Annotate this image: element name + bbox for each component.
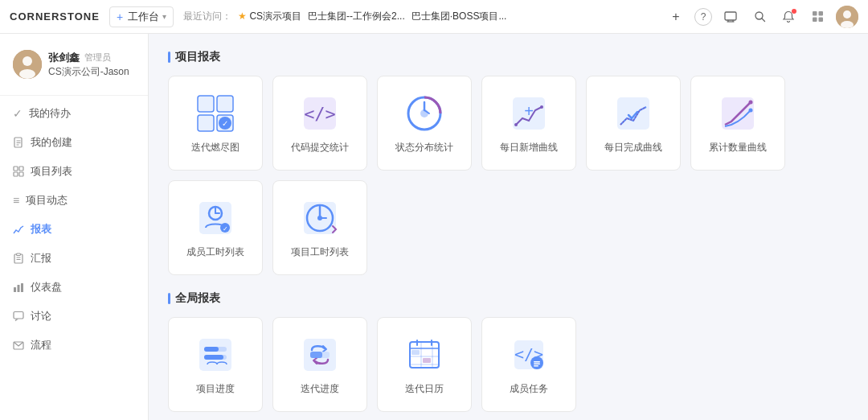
report-card-project-progress[interactable]: 项目进度 (168, 317, 263, 412)
card-label-code-commits: 代码提交统计 (291, 141, 349, 154)
svg-point-64 (317, 216, 322, 220)
sidebar-label-created: 我的创建 (31, 135, 72, 150)
svg-rect-20 (14, 167, 18, 171)
project-reports-grid: ✓ 迭代燃尽图 </> 代码提交统计 (168, 76, 849, 275)
sidebar-item-activity[interactable]: ≡ 项目动态 (0, 186, 148, 215)
report-card-iteration-progress[interactable]: 迭代进度 (272, 317, 367, 412)
svg-point-48 (514, 123, 518, 126)
monitor-button[interactable] (720, 6, 741, 27)
svg-rect-67 (204, 347, 219, 352)
grid-button[interactable] (807, 6, 828, 27)
report-card-member-hours[interactable]: ✓ 成员工时列表 (168, 180, 263, 275)
card-label-project-hours: 项目工时列表 (291, 245, 349, 259)
svg-rect-88 (534, 365, 538, 367)
sidebar-item-discussion[interactable]: 讨论 (0, 302, 148, 331)
svg-rect-31 (14, 312, 23, 319)
user-profile: 张剑鑫 管理员 CS演示公司-Jason (0, 43, 148, 92)
user-name: 张剑鑫 (48, 51, 80, 65)
sidebar-divider (0, 95, 148, 96)
svg-point-11 (843, 10, 851, 19)
svg-rect-8 (813, 18, 817, 23)
global-reports-grid: 项目进度 迭代进度 (168, 317, 849, 412)
grid-icon (13, 166, 24, 177)
svg-rect-23 (19, 172, 23, 176)
help-button[interactable]: ? (694, 8, 712, 26)
svg-rect-33 (198, 96, 214, 112)
recent-label: 最近访问： (183, 10, 231, 23)
workspace-switcher[interactable]: + 工作台 ▾ (109, 6, 174, 27)
add-button[interactable]: + (665, 6, 686, 27)
sidebar: 张剑鑫 管理员 CS演示公司-Jason ✓ 我的待办 我的创建 项目列表 ≡ (0, 34, 149, 420)
svg-rect-80 (423, 358, 431, 363)
global-reports-title: 全局报表 (168, 291, 849, 306)
svg-rect-35 (198, 115, 214, 131)
svg-point-85 (530, 356, 543, 369)
report-card-burndown[interactable]: ✓ 迭代燃尽图 (168, 76, 263, 171)
workspace-label: 工作台 (128, 10, 159, 24)
svg-rect-0 (725, 12, 736, 20)
svg-point-52 (749, 100, 753, 104)
sidebar-label-todo: 我的待办 (29, 106, 71, 121)
sidebar-label-workflow: 流程 (31, 338, 51, 352)
user-avatar-topnav[interactable] (836, 6, 858, 28)
svg-rect-28 (14, 287, 16, 292)
svg-rect-50 (617, 97, 649, 130)
sidebar-item-todo[interactable]: ✓ 我的待办 (0, 99, 148, 128)
report-card-daily-new[interactable]: + 每日新增曲线 (481, 76, 576, 171)
svg-rect-7 (818, 11, 823, 16)
plus-icon: + (117, 10, 123, 23)
svg-text:✓: ✓ (222, 119, 228, 128)
card-label-burndown: 迭代燃尽图 (191, 141, 240, 154)
svg-rect-6 (813, 11, 817, 16)
app-logo: CORNERSTONE (10, 10, 100, 23)
sidebar-label-discussion: 讨论 (31, 309, 51, 323)
card-label-iteration-progress: 迭代进度 (301, 382, 339, 396)
svg-point-49 (540, 105, 543, 109)
recent-item-2[interactable]: 巴士集团·BOSS项目... (411, 10, 507, 23)
recent-item-1[interactable]: 巴士集团--工作例会2... (308, 10, 405, 23)
sidebar-item-reports[interactable]: 报表 (0, 215, 148, 244)
search-button[interactable] (749, 6, 770, 27)
card-label-daily-new: 每日新增曲线 (500, 141, 558, 154)
card-label-daily-complete: 每日完成曲线 (604, 141, 662, 154)
chevron-down-icon: ▾ (162, 12, 166, 21)
svg-rect-21 (19, 167, 23, 171)
report-card-status-dist[interactable]: 状态分布统计 (377, 76, 472, 171)
notification-button[interactable] (778, 6, 799, 27)
project-reports-title: 项目报表 (168, 50, 849, 64)
recent-items: 最近访问： ★ CS演示项目 巴士集团--工作例会2... 巴士集团·BOSS项… (183, 10, 656, 23)
sidebar-label-activity: 项目动态 (26, 193, 68, 208)
sidebar-item-created[interactable]: 我的创建 (0, 128, 148, 157)
user-avatar (13, 50, 42, 79)
report-card-cumulative[interactable]: 累计数量曲线 (690, 76, 785, 171)
report-card-project-hours[interactable]: 项目工时列表 (272, 180, 367, 275)
svg-text:✓: ✓ (223, 225, 228, 233)
user-info: 张剑鑫 管理员 CS演示公司-Jason (48, 51, 129, 79)
content-area: 项目报表 ✓ 迭代燃尽图 </> (149, 34, 868, 420)
report-card-member-tasks[interactable]: </> 成员任务 (481, 317, 576, 412)
card-label-cumulative: 累计数量曲线 (709, 141, 767, 154)
recent-item-0[interactable]: ★ CS演示项目 (238, 10, 301, 23)
card-label-iteration-calendar: 迭代日历 (405, 382, 444, 396)
sidebar-item-projects[interactable]: 项目列表 (0, 157, 148, 186)
svg-rect-87 (534, 363, 540, 364)
topnav-actions: + ? (665, 6, 858, 28)
user-company: CS演示公司-Jason (48, 65, 129, 79)
sidebar-item-dashboard[interactable]: 仪表盘 (0, 273, 148, 302)
svg-rect-79 (411, 350, 420, 355)
sidebar-item-summary[interactable]: 汇报 (0, 244, 148, 273)
svg-rect-69 (204, 355, 223, 360)
svg-text:</>: </> (304, 104, 336, 124)
sidebar-item-workflow[interactable]: 流程 (0, 331, 148, 360)
report-card-code-commits[interactable]: </> 代码提交统计 (272, 76, 367, 171)
star-icon: ★ (238, 10, 249, 22)
chart-icon (13, 224, 24, 235)
sidebar-label-dashboard: 仪表盘 (31, 280, 62, 294)
document-icon (13, 137, 24, 148)
list-icon: ≡ (13, 194, 19, 207)
report-card-daily-complete[interactable]: 每日完成曲线 (586, 76, 681, 171)
svg-rect-9 (818, 18, 823, 23)
report-card-iteration-calendar[interactable]: 迭代日历 (377, 317, 472, 412)
main-layout: 张剑鑫 管理员 CS演示公司-Jason ✓ 我的待办 我的创建 项目列表 ≡ (0, 34, 868, 420)
svg-rect-25 (17, 253, 21, 256)
